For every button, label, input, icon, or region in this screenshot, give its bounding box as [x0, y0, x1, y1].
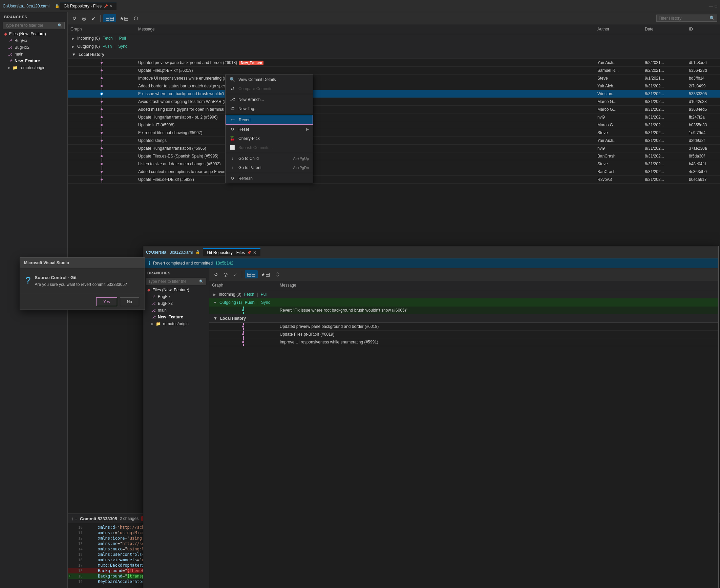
sw-commits-view-btn[interactable]: ★▤	[259, 270, 272, 278]
table-row[interactable]: Update Hungarian translation (#5965) nvi…	[68, 145, 720, 152]
branch-filter-input[interactable]	[5, 23, 58, 28]
dialog-body: ? Source Control - Git Are you sure you …	[20, 268, 145, 294]
sw-fetch-link[interactable]: Fetch	[244, 292, 254, 297]
repo-icon: ◆	[4, 31, 7, 36]
table-row[interactable]: Update Files.pt-BR.xlf (#6019) Samuel R.…	[68, 67, 720, 75]
sw-sidebar-item-remotes[interactable]: ▶ 📁 remotes/origin	[143, 320, 209, 327]
table-row[interactable]: Update Files.es-ES (Spanish Spain) (#599…	[68, 152, 720, 160]
sync-link[interactable]: Sync	[118, 44, 127, 49]
ctx-refresh[interactable]: ↺ Refresh	[226, 174, 313, 183]
sw-branch-icon: ⎇	[151, 295, 156, 299]
table-row[interactable]: Added missing icons glyphs for open in t…	[68, 106, 720, 113]
ctx-go-to-child[interactable]: ↓ Go to Child Alt+PgUp	[226, 154, 313, 163]
push-link[interactable]: Push	[103, 44, 112, 49]
settings-btn[interactable]: ⬡	[132, 14, 140, 22]
fetch-link[interactable]: Fetch	[103, 36, 113, 41]
branches-view-btn[interactable]: ▤▤	[103, 14, 116, 22]
ctx-go-to-parent[interactable]: ↑ Go to Parent Alt+PgDn	[226, 163, 313, 172]
sw-sidebar-item-new-feature[interactable]: ⎇ New_Feature	[143, 314, 209, 320]
commits-view-btn[interactable]: ★▤	[118, 14, 130, 22]
window-maximize[interactable]: □	[715, 4, 717, 8]
ctx-revert[interactable]: ↩ Revert	[226, 115, 313, 125]
sw-outgoing-toggle[interactable]: ▼	[213, 301, 217, 304]
graph-cell	[68, 82, 135, 90]
sw-sync-link[interactable]: Sync	[261, 300, 270, 305]
sidebar-item-new-feature[interactable]: ⎇ New_Feature	[0, 58, 67, 64]
sw-incoming-toggle[interactable]: ▶	[213, 293, 216, 296]
nav-up-btn[interactable]: ↑	[71, 516, 73, 521]
table-row[interactable]: Updated preview pane background and bord…	[68, 59, 720, 67]
sidebar-item-main[interactable]: ⎇ main	[0, 51, 67, 58]
local-history-toggle[interactable]: ▼	[72, 52, 76, 57]
sw-local-toggle[interactable]: ▼	[213, 316, 217, 321]
filter-history-wrap[interactable]: 🔍	[656, 15, 717, 22]
table-row[interactable]: Listen to size and date meta changes (#5…	[68, 160, 720, 168]
sw-pull-link[interactable]: Pull	[261, 292, 268, 297]
dialog-no-btn[interactable]: No	[120, 297, 139, 306]
table-row[interactable]: Improve UI responsiveness while enumerat…	[68, 75, 720, 82]
table-row[interactable]: Added context menu options to rearrange …	[68, 168, 720, 176]
branch-filter-wrap[interactable]: 🔍	[3, 22, 65, 29]
sw-push-link[interactable]: Push	[245, 300, 255, 305]
sw-message-cell: Updated preview pane background and bord…	[277, 323, 593, 330]
ctx-reset[interactable]: ↺ Reset ▶	[226, 125, 313, 134]
table-row[interactable]: Fix recent files not showing (#5997) Ste…	[68, 129, 720, 137]
sw-sidebar-item-files[interactable]: ◆ Files (New_Feature)	[143, 287, 209, 293]
sw-branch-label: remotes/origin	[163, 321, 189, 326]
nav-down-btn[interactable]: ↓	[75, 516, 77, 521]
sidebar-item-files-new-feature[interactable]: ◆ Files (New_Feature)	[0, 30, 67, 37]
tab-close-btn[interactable]: ✕	[110, 4, 112, 8]
sidebar-item-remotes-origin[interactable]: ▶ 📁 remotes/origin	[0, 64, 67, 71]
table-row[interactable]: Update Hungarian translation - pt. 2 (#5…	[68, 113, 720, 121]
active-tab[interactable]: Git Repository - Files 📌 ✕	[60, 2, 117, 10]
table-row[interactable]: Update Files.de-DE.xlf (#5938) R3voA3 8/…	[68, 176, 720, 184]
outgoing-toggle[interactable]: ▶	[72, 45, 75, 48]
date-cell: 8/31/202...	[642, 152, 686, 160]
table-row[interactable]: Avoid crash when dragging files from Win…	[68, 98, 720, 106]
sidebar-item-bugfix[interactable]: ⎇ BugFix	[0, 37, 67, 44]
table-row-selected[interactable]: Fix issue where root background brush wo…	[68, 90, 720, 98]
sw-pull-btn[interactable]: ↙	[231, 270, 239, 278]
ctx-new-branch[interactable]: ⎇ New Branch...	[226, 95, 313, 104]
notification-icon: ℹ	[149, 260, 150, 266]
refresh-btn[interactable]: ↺	[70, 14, 79, 22]
pull-btn[interactable]: ↙	[89, 14, 98, 22]
sw-sidebar-item-bugfix[interactable]: ⎇ BugFix	[143, 293, 209, 300]
commit-hash-link[interactable]: 18c5b142	[215, 261, 233, 266]
window-minimize[interactable]: —	[709, 4, 713, 8]
nav-buttons: ↑ ↓	[71, 516, 77, 521]
table-row[interactable]: Updated strings Yair Aich... 8/31/202...…	[68, 137, 720, 145]
sw-outgoing-commit-row[interactable]: Revert "Fix issue where root background …	[209, 307, 718, 314]
sw-sidebar: Branches 🔍 ◆ Files (New_Feature) ⎇ BugFi…	[143, 268, 209, 588]
filter-history-input[interactable]	[659, 16, 710, 21]
sw-sidebar-item-main[interactable]: ⎇ main	[143, 307, 209, 314]
sw-filter-wrap[interactable]: 🔍	[146, 278, 206, 285]
incoming-toggle[interactable]: ▶	[72, 37, 75, 40]
sw-settings-btn[interactable]: ⬡	[273, 270, 281, 278]
sw-table-row[interactable]: Improve UI responsiveness while enumerat…	[209, 338, 718, 346]
sw-sidebar-item-bugfix2[interactable]: ⎇ BugFix2	[143, 300, 209, 307]
dialog-yes-btn[interactable]: Yes	[96, 297, 117, 306]
sw-fetch-btn[interactable]: ◎	[221, 270, 230, 278]
sw-branch-filter-input[interactable]	[148, 279, 199, 284]
filter-icon: 🔍	[58, 23, 62, 28]
sw-active-tab[interactable]: Git Repository - Files 📌 ✕	[203, 248, 260, 256]
id-cell: d1642c28	[686, 98, 720, 105]
sw-branches-view-btn[interactable]: ▤▤	[245, 270, 258, 278]
sidebar-item-bugfix2[interactable]: ⎇ BugFix2	[0, 44, 67, 51]
ctx-cherry-pick[interactable]: 🍒 Cherry-Pick	[226, 134, 313, 143]
ctx-view-commit-details[interactable]: 🔍 View Commit Details	[226, 75, 313, 84]
table-row[interactable]: Added border to status bar to match desi…	[68, 82, 720, 90]
dialog-text-area: Source Control - Git Are you sure you wa…	[35, 275, 127, 287]
ctx-new-tag[interactable]: 🏷 New Tag...	[226, 104, 313, 113]
table-row[interactable]: Update it-IT (#5998) Marco G... 8/31/202…	[68, 121, 720, 129]
sw-header-message: Message	[277, 282, 593, 289]
sw-table-row[interactable]: Update Files.pt-BR.xlf (#6019)	[209, 331, 718, 338]
local-history-label: Local History	[79, 52, 104, 57]
sw-refresh-btn[interactable]: ↺	[212, 270, 220, 278]
sw-tab-close[interactable]: ✕	[253, 250, 256, 255]
pull-link[interactable]: Pull	[119, 36, 126, 41]
fetch-btn[interactable]: ◎	[80, 14, 88, 22]
sw-topbar: C:\Users\ta...3ca120.xaml 🔒 Git Reposito…	[143, 246, 718, 258]
sw-table-row[interactable]: Updated preview pane background and bord…	[209, 323, 718, 331]
